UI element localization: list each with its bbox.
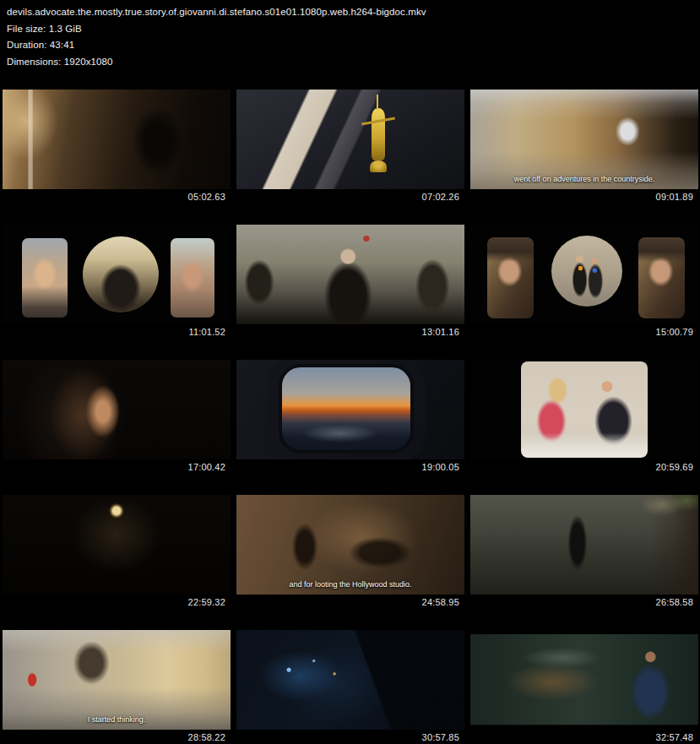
thumbnail-cell: 26:58.58 bbox=[470, 495, 698, 630]
timestamp-label: 26:58.58 bbox=[470, 597, 698, 607]
timestamp-label: 11:01.52 bbox=[3, 327, 231, 337]
thumbnail-cell: 05:02.63 bbox=[3, 90, 231, 225]
portrait-photo bbox=[638, 237, 685, 318]
timestamp-label: 09:01.89 bbox=[470, 192, 698, 202]
justice-statue-shape bbox=[372, 108, 385, 160]
portrait-photo bbox=[171, 238, 214, 318]
airplane-window-shape bbox=[279, 364, 414, 453]
thumbnail-cell: 17:00.42 bbox=[3, 360, 231, 495]
video-frame-thumbnail bbox=[236, 630, 464, 730]
circle-photo bbox=[551, 236, 622, 307]
portrait-photo bbox=[22, 238, 68, 318]
thumbnail-cell: 19:00.05 bbox=[236, 360, 464, 495]
thumbnail-cell: 20:59.69 bbox=[470, 360, 698, 495]
couple-photo bbox=[521, 361, 648, 458]
timestamp-label: 24:58.95 bbox=[236, 597, 464, 607]
timestamp-label: 19:00.05 bbox=[236, 462, 464, 472]
thumbnail-cell: 13:01.16 bbox=[236, 225, 464, 360]
video-contact-sheet: devils.advocate.the.mostly.true.story.of… bbox=[0, 0, 700, 744]
timestamp-label: 30:57.85 bbox=[236, 732, 464, 742]
video-frame-thumbnail bbox=[470, 630, 698, 730]
timestamp-label: 13:01.16 bbox=[236, 327, 464, 337]
duration-text: Duration: 43:41 bbox=[7, 37, 426, 54]
thumbnail-cell: 11:01.52 bbox=[3, 225, 231, 360]
video-frame-thumbnail: and for looting the Hollywood studio. bbox=[236, 495, 464, 595]
subtitle-caption: went off on adventures in the countrysid… bbox=[470, 175, 698, 183]
thumbnail-cell: I started thinking. 28:58.22 bbox=[3, 630, 231, 744]
thumbnail-cell: went off on adventures in the countrysid… bbox=[470, 90, 698, 225]
thumbnail-cell: 32:57.48 bbox=[470, 630, 698, 744]
thumbnail-cell: and for looting the Hollywood studio. 24… bbox=[236, 495, 464, 630]
video-frame-thumbnail bbox=[3, 225, 231, 324]
dimensions-text: Dimensions: 1920x1080 bbox=[7, 54, 426, 71]
video-frame-thumbnail bbox=[470, 495, 698, 595]
statue-base-shape bbox=[370, 160, 387, 172]
timestamp-label: 05:02.63 bbox=[3, 192, 231, 202]
video-frame-thumbnail bbox=[470, 225, 698, 324]
timestamp-label: 28:58.22 bbox=[3, 732, 231, 742]
filename-text: devils.advocate.the.mostly.true.story.of… bbox=[7, 4, 426, 21]
video-frame-thumbnail: I started thinking. bbox=[3, 630, 231, 730]
thumbnail-cell: 30:57.85 bbox=[236, 630, 464, 744]
timestamp-label: 15:00.79 bbox=[470, 327, 698, 337]
subtitle-caption: I started thinking. bbox=[3, 715, 231, 724]
video-frame-thumbnail bbox=[470, 360, 698, 459]
video-frame-thumbnail bbox=[3, 495, 231, 595]
timestamp-label: 07:02.26 bbox=[236, 192, 464, 202]
timestamp-label: 22:59.32 bbox=[3, 597, 231, 607]
video-frame-thumbnail bbox=[3, 360, 231, 459]
portrait-photo bbox=[487, 237, 534, 318]
video-frame-thumbnail bbox=[236, 360, 464, 459]
subtitle-caption: and for looting the Hollywood studio. bbox=[236, 580, 464, 589]
timestamp-label: 32:57.48 bbox=[470, 732, 698, 742]
silhouette-circle-photo bbox=[83, 236, 159, 312]
thumbnail-cell: 15:00.79 bbox=[470, 225, 698, 360]
file-size-text: File size: 1.3 GiB bbox=[7, 21, 426, 38]
video-frame-thumbnail: went off on adventures in the countrysid… bbox=[470, 90, 698, 189]
timestamp-label: 20:59.69 bbox=[470, 462, 698, 472]
timestamp-label: 17:00.42 bbox=[3, 462, 231, 472]
file-info-header: devils.advocate.the.mostly.true.story.of… bbox=[7, 4, 426, 70]
thumbnail-grid: 05:02.63 07:02.26 went off on adventures… bbox=[3, 90, 698, 744]
video-frame-thumbnail bbox=[236, 225, 464, 324]
video-frame-thumbnail bbox=[236, 90, 464, 189]
thumbnail-cell: 22:59.32 bbox=[3, 495, 231, 630]
thumbnail-cell: 07:02.26 bbox=[236, 90, 464, 225]
video-frame-thumbnail bbox=[3, 90, 231, 189]
